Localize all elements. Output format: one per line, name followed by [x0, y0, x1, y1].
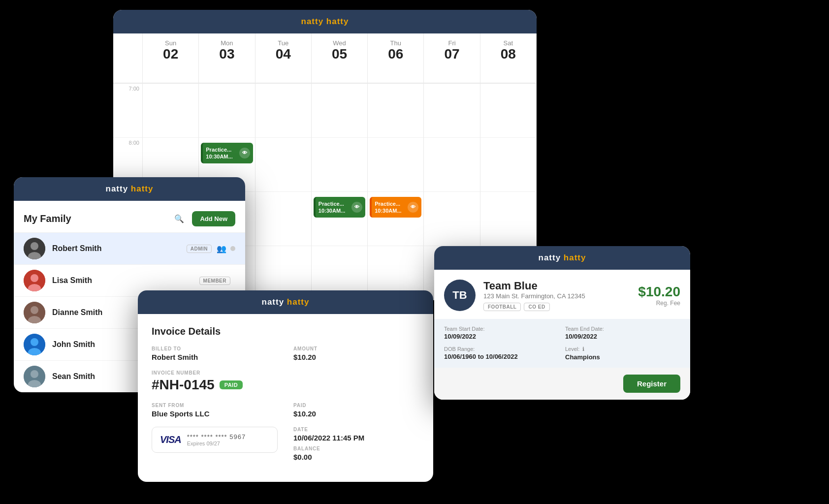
- cell-thu-700[interactable]: [368, 84, 424, 138]
- avatar-lisa: [24, 270, 45, 291]
- end-date-value: 10/09/2022: [565, 333, 680, 340]
- team-dob-section: DOB Range: 10/06/1960 to 10/06/2022: [444, 346, 559, 361]
- family-brand-header: natty hatty: [14, 177, 245, 201]
- calendar-header: natty hatty: [113, 10, 537, 33]
- invoice-number-row: INVOICE NUMBER #NH-0145 PAID: [152, 370, 419, 393]
- svg-point-4: [31, 274, 38, 282]
- cell-fri-800[interactable]: [424, 138, 480, 192]
- cell-tue-800[interactable]: [255, 138, 312, 192]
- invoice-body: Invoice Details BILLED TO Robert Smith A…: [138, 314, 433, 482]
- level-info-icon: ℹ: [582, 346, 584, 352]
- invoice-panel: natty hatty Invoice Details BILLED TO Ro…: [138, 290, 433, 482]
- start-date-value: 10/09/2022: [444, 333, 559, 340]
- svg-point-1: [31, 242, 38, 250]
- family-header-section: My Family 🔍 Add New: [14, 201, 245, 232]
- invoice-amount-section: AMOUNT $10.20: [293, 346, 419, 361]
- search-icon[interactable]: 🔍: [171, 211, 187, 226]
- cal-day-thu[interactable]: Thu 06: [368, 33, 424, 84]
- avatar-sean: [24, 366, 45, 387]
- dob-value: 10/06/1960 to 10/06/2022: [444, 353, 559, 360]
- cal-day-sun[interactable]: Sun 02: [143, 33, 199, 84]
- family-title: My Family: [24, 213, 71, 224]
- avatar-robert: [24, 238, 45, 259]
- date-section: DATE 10/06/2022 11:45 PM: [293, 427, 419, 442]
- family-brand: natty hatty: [106, 184, 154, 194]
- invoice-title: Invoice Details: [152, 326, 419, 337]
- cell-wed-800[interactable]: [312, 138, 368, 192]
- cell-sat-700[interactable]: [480, 84, 537, 138]
- sent-from-label: SENT FROM: [152, 403, 278, 408]
- cal-day-wed[interactable]: Wed 05: [312, 33, 368, 84]
- billed-to-value: Robert Smith: [152, 353, 278, 361]
- invoice-brand: natty hatty: [262, 297, 310, 307]
- cell-sat-900[interactable]: [480, 192, 537, 246]
- event-eye-icon-3: 👁: [408, 202, 418, 213]
- team-start-date-section: Team Start Date: 10/09/2022: [444, 326, 559, 340]
- invoice-top-row: BILLED TO Robert Smith AMOUNT $10.20: [152, 346, 419, 361]
- avatar-dianne: [24, 302, 45, 323]
- register-button[interactable]: Register: [623, 375, 680, 393]
- event-thu-practice[interactable]: Practice... 10:30AM... 👁: [370, 197, 421, 218]
- team-level-section: Level: ℹ Champions: [565, 346, 680, 361]
- event-eye-icon: 👁: [239, 148, 250, 158]
- cell-wed-900[interactable]: Practice... 10:30AM... 👁: [312, 192, 368, 246]
- event-wed-practice[interactable]: Practice... 10:30AM... 👁: [314, 197, 365, 218]
- cell-sat-800[interactable]: [480, 138, 537, 192]
- tag-coed: CO ED: [524, 303, 549, 311]
- amount-label: AMOUNT: [293, 346, 419, 351]
- paid-section: PAID $10.20: [293, 403, 419, 418]
- cell-fri-700[interactable]: [424, 84, 480, 138]
- team-name: Team Blue: [483, 280, 630, 292]
- team-brand-header: natty hatty: [434, 246, 690, 270]
- invoice-brand-header: natty hatty: [138, 290, 433, 314]
- paid-label: PAID: [293, 403, 419, 408]
- member-dot-robert: [230, 246, 235, 251]
- group-icon: 👥: [217, 244, 226, 253]
- svg-point-10: [31, 338, 38, 346]
- cell-thu-900[interactable]: Practice... 10:30AM... 👁: [368, 192, 424, 246]
- amount-value: $10.20: [293, 353, 419, 361]
- member-badge-lisa: MEMBER: [199, 277, 230, 285]
- cell-thu-800[interactable]: [368, 138, 424, 192]
- team-details-grid: Team Start Date: 10/09/2022 Team End Dat…: [434, 319, 690, 368]
- team-info: Team Blue 123 Main St. Farmington, CA 12…: [483, 280, 630, 311]
- team-brand: natty hatty: [539, 253, 586, 263]
- balance-section: BALANCE $0.00: [293, 446, 419, 461]
- team-tags: FOOTBALL CO ED: [483, 303, 630, 311]
- level-value: Champions: [565, 353, 680, 361]
- billed-to-label: BILLED TO: [152, 346, 278, 351]
- level-label: Level: ℹ: [565, 346, 680, 352]
- event-mon-practice[interactable]: Practice... 10:30AM... 👁: [201, 143, 253, 163]
- cal-day-mon[interactable]: Mon 03: [199, 33, 255, 84]
- invoice-card-field: VISA **** **** **** 5967 Expires 09/27: [152, 427, 278, 461]
- team-price-section: $10.20 Reg. Fee: [638, 284, 680, 307]
- cell-mon-700[interactable]: [199, 84, 255, 138]
- cell-sun-700[interactable]: [143, 84, 199, 138]
- member-row-robert[interactable]: Robert Smith ADMIN 👥: [14, 232, 245, 264]
- team-end-date-section: Team End Date: 10/09/2022: [565, 326, 680, 340]
- add-new-button[interactable]: Add New: [192, 211, 235, 226]
- svg-point-7: [31, 306, 38, 314]
- invoice-billed-section: BILLED TO Robert Smith: [152, 346, 278, 361]
- paid-value: $10.20: [293, 410, 419, 418]
- cell-tue-900[interactable]: [255, 192, 312, 246]
- cal-day-sat[interactable]: Sat 08: [480, 33, 537, 84]
- cal-day-tue[interactable]: Tue 04: [255, 33, 312, 84]
- cal-header-spacer: [113, 33, 143, 84]
- svg-point-13: [31, 370, 38, 378]
- team-avatar: TB: [444, 280, 476, 311]
- paid-badge: PAID: [220, 380, 243, 389]
- visa-logo: VISA: [160, 434, 181, 445]
- member-name-robert: Robert Smith: [52, 244, 187, 253]
- family-actions: 🔍 Add New: [171, 211, 235, 226]
- cell-wed-700[interactable]: [312, 84, 368, 138]
- event-eye-icon-2: 👁: [351, 202, 362, 213]
- cell-tue-700[interactable]: [255, 84, 312, 138]
- invoice-number-label: INVOICE NUMBER: [152, 370, 243, 376]
- sent-from-section: SENT FROM Blue Sports LLC: [152, 403, 278, 418]
- team-price: $10.20: [638, 284, 680, 300]
- cell-fri-900[interactable]: [424, 192, 480, 246]
- avatar-john: [24, 334, 45, 355]
- cal-day-fri[interactable]: Fri 07: [424, 33, 480, 84]
- date-value: 10/06/2022 11:45 PM: [293, 434, 419, 442]
